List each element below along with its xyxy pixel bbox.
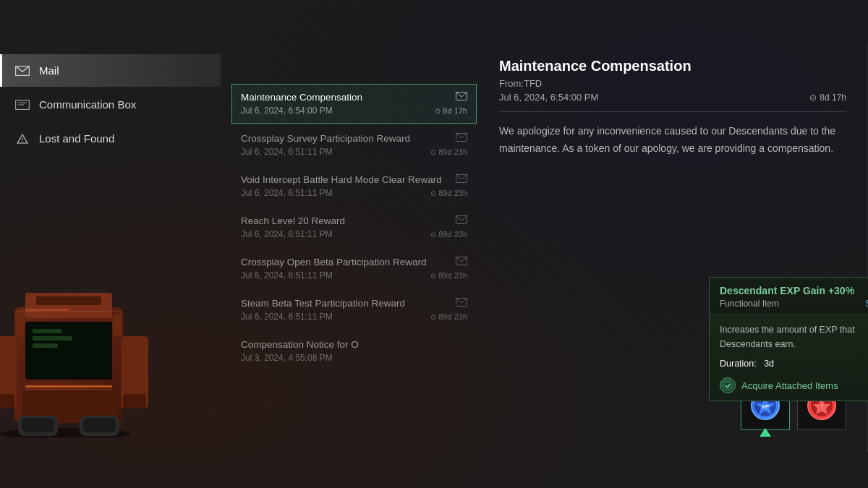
- mail-date-6: Jul 6, 2024, 6:51:11 PM: [241, 312, 333, 322]
- sidebar-mail-label: Mail: [39, 64, 59, 77]
- clock-icon-2: ⊙: [430, 148, 436, 156]
- tooltip-header: Descendant EXP Gain +30% Functional Item…: [710, 278, 868, 315]
- mail-subject-1: Maintenance Compensation: [241, 92, 450, 103]
- mail-subject-2: Crossplay Survey Participation Reward: [241, 133, 450, 144]
- mail-attach-icon-5: [456, 257, 467, 265]
- mail-subject-6: Steam Beta Test Participation Reward: [241, 298, 450, 309]
- detail-title: Maintenance Compensation: [499, 58, 846, 74]
- mail-date-row-2: Jul 6, 2024, 6:51:11 PM ⊙ 89d 23h: [241, 147, 467, 157]
- svg-text:XP: XP: [762, 403, 770, 410]
- acquire-icon: [720, 377, 736, 393]
- mail-date-row-7: Jul 3, 2024, 4:55:08 PM: [241, 353, 467, 363]
- mail-item-2-header: Crossplay Survey Participation Reward: [241, 133, 467, 144]
- mail-item-4-header: Reach Level 20 Reward: [241, 215, 467, 226]
- communication-box-icon: [14, 99, 30, 111]
- svg-rect-30: [25, 389, 112, 390]
- mail-attach-icon-3: [456, 174, 467, 183]
- svg-text:↑: ↑: [820, 402, 824, 410]
- mail-expiry-6: ⊙ 89d 23h: [430, 312, 467, 321]
- mail-item-3[interactable]: Void Intercept Battle Hard Mode Clear Re…: [231, 166, 477, 206]
- detail-date: Jul 6, 2024, 6:54:00 PM: [499, 92, 598, 103]
- sidebar-lost-found-label: Lost and Found: [39, 132, 114, 145]
- mail-subject-7: Compensation Notice for O: [241, 339, 461, 350]
- mail-expiry-5: ⊙ 89d 23h: [430, 271, 467, 280]
- detail-date-row: Jul 6, 2024, 6:54:00 PM ⊙ 8d 17h: [499, 92, 846, 112]
- mail-attach-icon-2: [456, 133, 467, 142]
- svg-rect-27: [25, 309, 69, 311]
- mail-attach-icon-4: [456, 215, 467, 224]
- mail-expiry-4: ⊙ 89d 23h: [430, 230, 467, 239]
- svg-rect-14: [33, 336, 72, 341]
- acquire-attached-button[interactable]: Acquire Attached Items: [720, 377, 868, 393]
- mail-subject-3: Void Intercept Battle Hard Mode Clear Re…: [241, 174, 450, 185]
- mail-expiry-1: ⊙ 8d 17h: [435, 106, 467, 115]
- mail-date-1: Jul 6, 2024, 6:54:00 PM: [241, 106, 333, 116]
- svg-point-5: [22, 141, 22, 142]
- mail-date-row-3: Jul 6, 2024, 6:51:11 PM ⊙ 89d 23h: [241, 188, 467, 198]
- sidebar-communication-label: Communication Box: [39, 98, 136, 111]
- detail-from: From:TFD: [499, 78, 846, 89]
- tooltip-item-name: Descendant EXP Gain +30%: [720, 285, 868, 296]
- svg-rect-28: [16, 311, 122, 312]
- mail-date-5: Jul 6, 2024, 6:51:11 PM: [241, 270, 333, 281]
- mail-attach-icon-1: [456, 92, 467, 100]
- mail-date-row-1: Jul 6, 2024, 6:54:00 PM ⊙ 8d 17h: [241, 106, 467, 116]
- mail-item-7-header: Compensation Notice for O: [241, 339, 467, 350]
- mail-expiry-2: ⊙ 89d 23h: [430, 147, 467, 156]
- detail-body: We apologize for any inconvenience cause…: [499, 123, 846, 158]
- mail-subject-5: Crossplay Open Beta Participation Reward: [241, 257, 450, 267]
- mail-date-row-6: Jul 6, 2024, 6:51:11 PM ⊙ 89d 23h: [241, 312, 467, 322]
- sidebar-item-communication-box[interactable]: Communication Box: [0, 88, 221, 121]
- svg-rect-21: [123, 394, 146, 408]
- mail-item-4[interactable]: Reach Level 20 Reward Jul 6, 2024, 6:51:…: [231, 207, 477, 247]
- mail-item-6[interactable]: Steam Beta Test Participation Reward Jul…: [231, 290, 477, 330]
- detail-expiry-value: 8d 17h: [820, 93, 846, 103]
- tooltip-duration: Duration: 3d: [720, 359, 868, 369]
- acquire-label: Acquire Attached Items: [741, 380, 838, 391]
- mail-item-3-header: Void Intercept Battle Hard Mode Clear Re…: [241, 174, 467, 185]
- tooltip-duration-label: Duration:: [720, 359, 757, 369]
- mail-item-1[interactable]: Maintenance Compensation Jul 6, 2024, 6:…: [231, 84, 477, 124]
- mail-date-4: Jul 6, 2024, 6:51:11 PM: [241, 229, 333, 239]
- mail-item-5[interactable]: Crossplay Open Beta Participation Reward…: [231, 249, 477, 288]
- mail-icon: [14, 65, 30, 77]
- item-tooltip: Descendant EXP Gain +30% Functional Item…: [709, 277, 868, 401]
- cursor-arrow: [760, 427, 771, 440]
- mail-item-6-header: Steam Beta Test Participation Reward: [241, 298, 467, 309]
- sidebar-item-lost-and-found[interactable]: Lost and Found: [0, 122, 221, 155]
- mail-date-row-4: Jul 6, 2024, 6:51:11 PM ⊙ 89d 23h: [241, 229, 467, 239]
- svg-rect-19: [0, 394, 14, 408]
- svg-rect-10: [36, 296, 101, 305]
- sidebar-item-mail[interactable]: Mail: [0, 54, 221, 87]
- svg-point-40: [723, 381, 732, 390]
- svg-rect-25: [22, 418, 54, 432]
- tooltip-body: Increases the amount of EXP that Descend…: [710, 315, 868, 401]
- mail-item-1-header: Maintenance Compensation: [241, 92, 467, 103]
- robot-character: [0, 249, 174, 452]
- tooltip-rarity: Standard: [865, 299, 868, 309]
- mail-attach-icon-6: [456, 298, 467, 307]
- mail-subject-4: Reach Level 20 Reward: [241, 215, 450, 226]
- clock-icon-1: ⊙: [435, 107, 441, 115]
- detail-expiry: ⊙ 8d 17h: [809, 93, 846, 103]
- mail-expiry-value-1: 8d 17h: [443, 106, 467, 115]
- svg-rect-29: [25, 385, 112, 388]
- mail-date-7: Jul 3, 2024, 4:55:08 PM: [241, 353, 333, 363]
- svg-rect-17: [113, 314, 122, 336]
- main-container: Mailbox Mail: [0, 0, 868, 488]
- mail-date-3: Jul 6, 2024, 6:51:11 PM: [241, 188, 333, 198]
- mail-item-7[interactable]: Compensation Notice for O Jul 3, 2024, 4…: [231, 331, 477, 371]
- svg-rect-26: [83, 418, 116, 432]
- mail-expiry-3: ⊙ 89d 23h: [430, 189, 467, 197]
- tooltip-type-row: Functional Item Standard: [720, 299, 868, 309]
- mail-date-row-5: Jul 6, 2024, 6:51:11 PM ⊙ 89d 23h: [241, 270, 467, 281]
- detail-clock-icon: ⊙: [809, 93, 817, 103]
- lost-found-icon: [14, 133, 30, 145]
- detail-panel: Maintenance Compensation From:TFD Jul 6,…: [477, 43, 868, 452]
- tooltip-description: Increases the amount of EXP that Descend…: [720, 322, 868, 351]
- tooltip-type: Functional Item: [720, 299, 779, 309]
- mail-item-5-header: Crossplay Open Beta Participation Reward: [241, 257, 467, 267]
- mail-date-2: Jul 6, 2024, 6:51:11 PM: [241, 147, 333, 157]
- mail-item-2[interactable]: Crossplay Survey Participation Reward Ju…: [231, 125, 477, 165]
- svg-rect-15: [33, 343, 58, 348]
